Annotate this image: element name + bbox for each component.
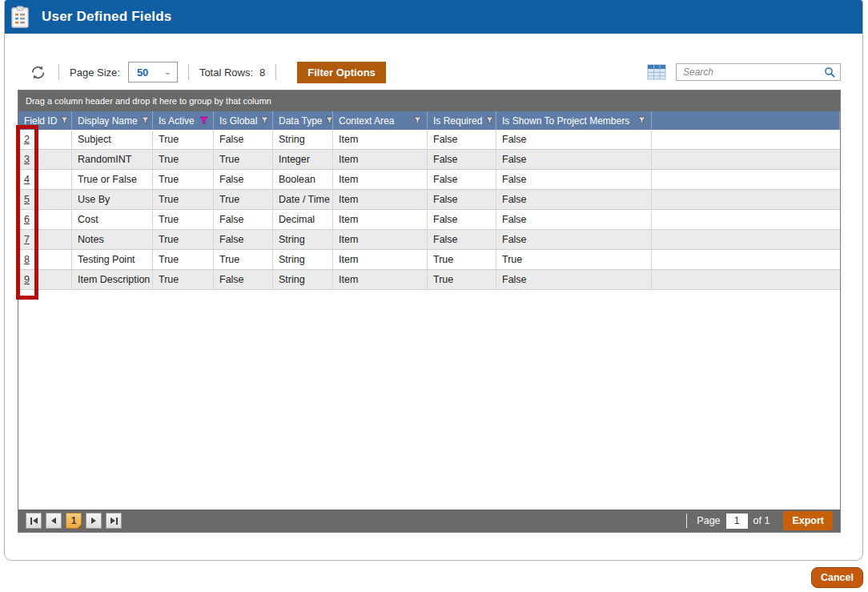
total-rows-label: Total Rows: <box>199 66 253 79</box>
filter-funnel-icon[interactable] <box>413 116 422 125</box>
table-row: 5 Use By True True Date / Time Item Fals… <box>18 190 840 210</box>
page-size-value: 50 <box>137 66 148 79</box>
field-id-link[interactable]: 9 <box>24 274 30 285</box>
column-header-context-area[interactable]: Context Area <box>333 111 428 130</box>
column-header-data-type[interactable]: Data Type <box>273 111 333 130</box>
column-header-is-required[interactable]: Is Required <box>428 111 496 130</box>
field-id-link[interactable]: 3 <box>24 154 30 165</box>
cell-data-type: Decimal <box>273 210 333 230</box>
cell-is-shown: False <box>496 170 652 190</box>
column-header-is-shown[interactable]: Is Shown To Project Members <box>496 111 652 130</box>
group-by-hint: Drag a column header and drop it here to… <box>26 96 271 106</box>
cell-empty <box>652 250 840 270</box>
column-layout-button[interactable] <box>646 63 667 81</box>
last-page-button[interactable] <box>106 513 122 529</box>
refresh-button[interactable] <box>27 62 48 83</box>
search-input[interactable] <box>683 66 824 78</box>
toolbar: Page Size: 50 ⌄ Total Rows: 8 Filter Opt… <box>27 60 841 84</box>
user-defined-fields-dialog: User Defined Fields Page Size: 50 ⌄ Tota… <box>4 0 863 561</box>
table-row: 7 Notes True False String Item False Fal… <box>18 230 840 250</box>
export-button[interactable]: Export <box>783 511 833 530</box>
table-layout-icon <box>647 64 666 80</box>
cell-is-global: True <box>214 190 273 210</box>
cell-is-active: True <box>153 250 214 270</box>
filter-options-button[interactable]: Filter Options <box>297 62 386 83</box>
cancel-button[interactable]: Cancel <box>811 567 863 588</box>
filter-funnel-icon[interactable] <box>60 116 69 125</box>
field-id-link[interactable]: 4 <box>24 174 30 185</box>
cell-display-name: Cost <box>72 210 153 230</box>
first-page-button[interactable] <box>26 513 42 529</box>
cell-is-global: False <box>214 270 273 290</box>
cell-is-active: True <box>153 270 214 290</box>
total-rows-value: 8 <box>259 66 265 79</box>
table-row: 8 Testing Point True True String Item Tr… <box>18 250 840 270</box>
clipboard-icon <box>10 6 30 28</box>
filter-funnel-icon[interactable] <box>260 116 269 125</box>
page-size-label: Page Size: <box>70 66 120 79</box>
cell-data-type: String <box>273 270 333 290</box>
filter-funnel-icon[interactable] <box>637 116 646 125</box>
current-page-button[interactable]: 1 <box>66 513 82 529</box>
cell-is-shown: False <box>496 270 652 290</box>
cell-is-global: False <box>214 210 273 230</box>
next-page-button[interactable] <box>86 513 102 529</box>
filter-funnel-icon[interactable] <box>141 116 150 125</box>
prev-page-button[interactable] <box>46 513 62 529</box>
cell-display-name: RandomINT <box>72 150 153 170</box>
cell-is-required: True <box>428 270 496 290</box>
toolbar-separator <box>58 64 59 80</box>
column-header-display-name[interactable]: Display Name <box>72 111 153 130</box>
table-row: 4 True or False True False Boolean Item … <box>18 170 840 190</box>
next-page-icon <box>91 517 96 524</box>
column-header-empty <box>652 111 840 130</box>
page-size-select[interactable]: 50 ⌄ <box>128 62 178 83</box>
column-header-field-id[interactable]: Field ID <box>18 111 72 130</box>
toolbar-separator <box>188 64 189 80</box>
cell-display-name: Subject <box>72 130 153 150</box>
cell-empty <box>652 130 840 150</box>
cell-is-active: True <box>153 210 214 230</box>
group-by-drop-zone[interactable]: Drag a column header and drop it here to… <box>18 91 840 111</box>
data-grid: Drag a column header and drop it here to… <box>18 90 841 533</box>
cell-display-name: True or False <box>72 170 153 190</box>
cell-is-required: False <box>428 150 496 170</box>
cell-is-global: False <box>214 130 273 150</box>
filter-funnel-icon[interactable] <box>485 116 494 125</box>
cell-context-area: Item <box>333 130 428 150</box>
page-number-input[interactable] <box>726 513 748 529</box>
field-id-link[interactable]: 6 <box>24 214 30 225</box>
field-id-link[interactable]: 8 <box>24 254 30 265</box>
first-page-icon <box>30 517 32 525</box>
search-icon[interactable] <box>824 66 836 79</box>
field-id-link[interactable]: 2 <box>24 134 30 145</box>
table-row: 2 Subject True False String Item False F… <box>18 130 840 150</box>
cell-context-area: Item <box>333 190 428 210</box>
cell-context-area: Item <box>333 230 428 250</box>
cell-is-shown: False <box>496 150 652 170</box>
refresh-icon <box>29 63 47 82</box>
cell-data-type: String <box>273 130 333 150</box>
filter-funnel-icon[interactable] <box>325 116 333 125</box>
cell-is-required: False <box>428 170 496 190</box>
cell-is-required: False <box>428 230 496 250</box>
cell-context-area: Item <box>333 250 428 270</box>
filter-funnel-active-icon[interactable] <box>199 116 208 125</box>
cell-data-type: Boolean <box>273 170 333 190</box>
pager-separator <box>686 513 687 528</box>
cell-is-required: False <box>428 190 496 210</box>
cell-data-type: String <box>273 250 333 270</box>
cell-data-type: Integer <box>273 150 333 170</box>
cell-data-type: Date / Time <box>273 190 333 210</box>
cell-is-global: False <box>214 170 273 190</box>
column-header-is-active[interactable]: Is Active <box>153 111 214 130</box>
chevron-down-icon: ⌄ <box>164 68 171 76</box>
column-header-is-global[interactable]: Is Global <box>214 111 273 130</box>
cell-is-shown: False <box>496 230 652 250</box>
field-id-link[interactable]: 5 <box>24 194 30 205</box>
cell-empty <box>652 210 840 230</box>
table-row: 3 RandomINT True True Integer Item False… <box>18 150 840 170</box>
page-label: Page <box>697 515 720 526</box>
field-id-link[interactable]: 7 <box>24 234 30 245</box>
cell-empty <box>652 190 840 210</box>
